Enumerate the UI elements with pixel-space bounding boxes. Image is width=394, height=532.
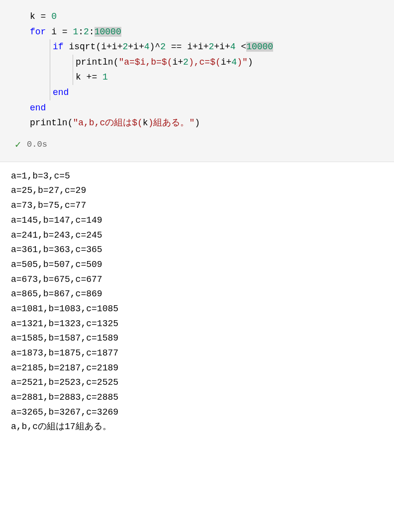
code-token: 組ある。" xyxy=(153,118,195,128)
code-token: k xyxy=(76,72,87,82)
code-token: ,c= xyxy=(194,57,210,67)
code-token: ) xyxy=(150,42,155,52)
code-token: ) xyxy=(237,57,242,67)
code-token xyxy=(236,42,241,52)
code-token: + xyxy=(139,42,144,52)
code-input[interactable]: k = 0 for i = 1:2:10000 if isqrt(i+i+2+i… xyxy=(0,0,394,162)
execution-time: 0.0s xyxy=(27,138,47,152)
code-token: $( xyxy=(162,57,173,67)
keyword-if: if xyxy=(53,42,64,52)
code-token: i xyxy=(133,42,139,52)
code-token: k xyxy=(143,118,148,128)
code-token: " xyxy=(242,57,248,67)
execution-status: ✓ 0.0s xyxy=(15,134,386,157)
code-line: println("a,b,cの組は$(k)組ある。") xyxy=(30,115,386,131)
code-token: ) xyxy=(195,118,200,128)
keyword-end: end xyxy=(30,103,46,113)
code-token: i xyxy=(219,42,225,52)
code-token: $( xyxy=(132,118,143,128)
code-token: i xyxy=(172,57,178,67)
code-token: + xyxy=(193,42,198,52)
code-token: + xyxy=(128,42,133,52)
code-line: end xyxy=(30,100,386,116)
keyword-for: for xyxy=(30,27,46,37)
highlighted-literal: 10000 xyxy=(95,27,121,37)
code-token: 4 xyxy=(144,42,150,52)
code-token: + xyxy=(225,42,230,52)
code-token: 2 xyxy=(84,27,89,37)
code-token: + xyxy=(117,42,123,52)
code-line: k = 0 xyxy=(30,9,386,24)
code-token: + xyxy=(178,57,183,67)
code-token: 1 xyxy=(102,72,108,82)
code-token: k xyxy=(30,11,41,21)
code-token: isqrt(i xyxy=(64,42,106,52)
code-token: ( xyxy=(113,57,119,67)
code-line: println("a=$i,b=$(i+2),c=$(i+4)") xyxy=(30,55,386,70)
code-token: ( xyxy=(68,118,73,128)
code-token: == xyxy=(171,42,182,52)
code-token: += xyxy=(87,72,98,82)
code-token: 4 xyxy=(231,57,237,67)
code-token: 4 xyxy=(230,42,236,52)
code-token: println xyxy=(76,57,113,67)
code-token: ) xyxy=(189,57,194,67)
code-token: ,b= xyxy=(145,57,161,67)
code-line: for i = 1:2:10000 xyxy=(30,24,386,40)
code-token: println xyxy=(30,118,68,128)
code-token: $( xyxy=(210,57,221,67)
code-token: i xyxy=(182,42,193,52)
code-token: 1 xyxy=(73,27,78,37)
code-token: "a,b,cの組は xyxy=(73,118,132,128)
code-line: if isqrt(i+i+2+i+4)^2 == i+i+2+i+4 <1000… xyxy=(30,39,386,55)
code-token: 2 xyxy=(160,42,166,52)
code-token: ) xyxy=(148,118,154,128)
code-token: i xyxy=(198,42,203,52)
code-token: 2 xyxy=(208,42,214,52)
code-token: + xyxy=(226,57,232,67)
code-token: $i xyxy=(135,57,146,67)
code-token: < xyxy=(241,42,246,52)
code-line: end xyxy=(30,85,386,100)
code-token: : xyxy=(89,27,95,37)
code-token: + xyxy=(214,42,219,52)
code-token xyxy=(166,42,171,52)
code-token: 2 xyxy=(183,57,189,67)
code-token: "a= xyxy=(118,57,134,67)
check-icon: ✓ xyxy=(15,137,21,154)
code-token: i xyxy=(46,27,62,37)
code-token: = xyxy=(41,11,52,21)
highlighted-literal: 10000 xyxy=(246,42,273,52)
cell-output: a=1,b=3,c=5 a=25,b=27,c=29 a=73,b=75,c=7… xyxy=(0,162,394,443)
code-token: + xyxy=(203,42,209,52)
code-token: + xyxy=(106,42,112,52)
keyword-end: end xyxy=(53,88,69,97)
code-token: : xyxy=(78,27,84,37)
code-line: k += 1 xyxy=(30,70,386,85)
code-token: i xyxy=(221,57,226,67)
code-token: = xyxy=(62,27,73,37)
code-token: ) xyxy=(248,57,253,67)
code-token: 0 xyxy=(51,11,57,21)
code-token xyxy=(97,72,102,82)
code-token: ^ xyxy=(155,42,160,52)
code-token: 2 xyxy=(122,42,128,52)
code-token: i xyxy=(112,42,117,52)
notebook-cell: k = 0 for i = 1:2:10000 if isqrt(i+i+2+i… xyxy=(0,0,394,443)
